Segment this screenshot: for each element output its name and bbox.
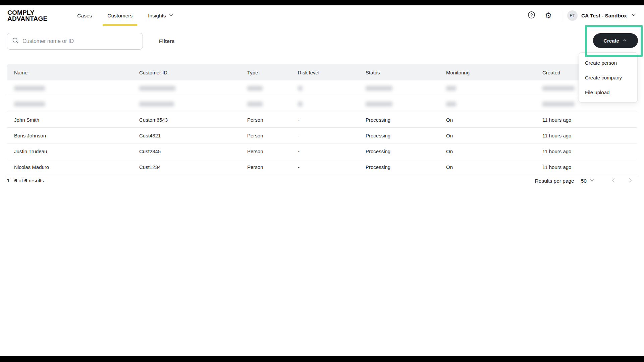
settings-button[interactable]: ⚙ [544, 11, 553, 20]
tab-cases[interactable]: Cases [72, 5, 97, 26]
menu-item-create-company[interactable]: Create company [579, 70, 637, 85]
primary-nav: Cases Customers Insights [69, 5, 181, 26]
table-row-redacted[interactable] [7, 80, 637, 96]
cell-monitoring: On [446, 164, 542, 170]
cell-type: Person [247, 133, 298, 138]
chevron-up-icon [622, 38, 628, 44]
redacted-cell [14, 86, 45, 91]
cell-customer-id: Cust2345 [139, 148, 247, 154]
col-header-name: Name [14, 70, 139, 75]
cell-customer-id: Custom6543 [139, 117, 247, 123]
svg-text:?: ? [530, 12, 533, 17]
cell-created: 11 hours ago [542, 164, 637, 170]
results-count: 1 - 6 of 6 results [7, 178, 44, 184]
complyadvantage-logo[interactable]: COMPLY ADVANTAGE [7, 10, 47, 21]
cell-risk-level: - [298, 133, 366, 138]
search-input[interactable] [22, 38, 138, 44]
help-icon: ? [527, 11, 536, 20]
cell-risk-level: - [298, 164, 366, 170]
redacted-cell [366, 86, 392, 91]
logo-line2: ADVANTAGE [7, 16, 47, 21]
cell-type: Person [247, 117, 298, 123]
chevron-down-icon [631, 12, 637, 19]
tab-insights-label: Insights [148, 13, 166, 19]
account-menu[interactable]: ET CA Test - Sandbox [567, 10, 637, 21]
cell-monitoring: On [446, 117, 542, 123]
results-per-page-value: 50 [581, 178, 587, 184]
tab-insights[interactable]: Insights [143, 5, 178, 26]
redacted-cell [542, 102, 575, 107]
cell-customer-id: Cust1234 [139, 164, 247, 170]
redacted-cell [446, 102, 456, 107]
cell-monitoring: On [446, 148, 542, 154]
cell-created: 11 hours ago [542, 148, 637, 154]
pagination-controls: Results per page 50 [535, 177, 635, 185]
redacted-cell [247, 102, 263, 107]
navbar-right: ? ⚙ ET CA Test - Sandbox [519, 10, 637, 22]
cell-name: John Smith [14, 117, 139, 123]
results-per-page-select[interactable]: 50 [581, 177, 595, 185]
redacted-cell [366, 102, 392, 107]
filters-button[interactable]: Filters [159, 33, 175, 50]
next-page-button[interactable] [626, 177, 635, 185]
redacted-cell [542, 86, 575, 91]
results-range: 1 - 6 [7, 178, 17, 183]
cell-risk-level: - [298, 148, 366, 154]
chevron-down-icon [168, 12, 174, 19]
redacted-cell [139, 102, 174, 107]
cell-name: Boris Johnson [14, 133, 139, 138]
redacted-cell [139, 86, 175, 91]
redacted-cell [446, 86, 456, 91]
results-total: 6 [24, 178, 28, 183]
cell-created: 11 hours ago [542, 117, 637, 123]
redacted-cell [298, 86, 303, 91]
cell-status: Processing [366, 148, 446, 154]
cell-type: Person [247, 164, 298, 170]
avatar: ET [567, 10, 578, 21]
create-dropdown-menu: Create person Create company File upload [579, 52, 638, 103]
letterbox-bottom [0, 356, 644, 362]
chevron-right-icon [627, 177, 634, 185]
col-header-type: Type [247, 70, 298, 75]
gear-icon: ⚙ [545, 12, 552, 19]
table-row[interactable]: Justin Trudeau Cust2345 Person - Process… [7, 143, 637, 159]
search-icon [12, 37, 19, 46]
create-button-label: Create [603, 38, 619, 44]
table-header-row: Name Customer ID Type Risk level Status … [7, 64, 637, 80]
customer-search[interactable] [7, 33, 143, 50]
results-label: results [29, 178, 44, 183]
tab-customers[interactable]: Customers [103, 5, 137, 26]
menu-item-file-upload[interactable]: File upload [579, 85, 637, 100]
cell-risk-level: - [298, 117, 366, 123]
chevron-left-icon [610, 177, 617, 185]
pager [609, 177, 635, 185]
table-row[interactable]: Nicolas Maduro Cust1234 Person - Process… [7, 159, 637, 175]
table-row[interactable]: John Smith Custom6543 Person - Processin… [7, 112, 637, 128]
table-row-redacted[interactable] [7, 96, 637, 112]
col-header-risk-level: Risk level [298, 70, 366, 75]
cell-monitoring: On [446, 133, 542, 138]
col-header-customer-id: Customer ID [139, 70, 247, 75]
create-button[interactable]: Create [593, 33, 638, 48]
cell-status: Processing [366, 133, 446, 138]
cell-status: Processing [366, 117, 446, 123]
menu-item-create-person[interactable]: Create person [579, 55, 637, 70]
cell-name: Nicolas Maduro [14, 164, 139, 170]
results-per-page-label: Results per page [535, 178, 574, 184]
cell-status: Processing [366, 164, 446, 170]
cell-created: 11 hours ago [542, 133, 637, 138]
table-row[interactable]: Boris Johnson Cust4321 Person - Processi… [7, 128, 637, 143]
chevron-down-icon [589, 177, 595, 185]
filters-label: Filters [159, 38, 175, 44]
letterbox-top [0, 0, 644, 5]
cell-customer-id: Cust4321 [139, 133, 247, 138]
redacted-cell [298, 102, 303, 107]
cell-type: Person [247, 148, 298, 154]
tab-customers-label: Customers [107, 13, 132, 19]
tab-cases-label: Cases [77, 13, 92, 19]
navbar-divider [561, 10, 561, 22]
previous-page-button[interactable] [609, 177, 618, 185]
redacted-cell [14, 102, 45, 107]
help-button[interactable]: ? [527, 11, 536, 20]
logo-line1: COMPLY [7, 10, 47, 15]
